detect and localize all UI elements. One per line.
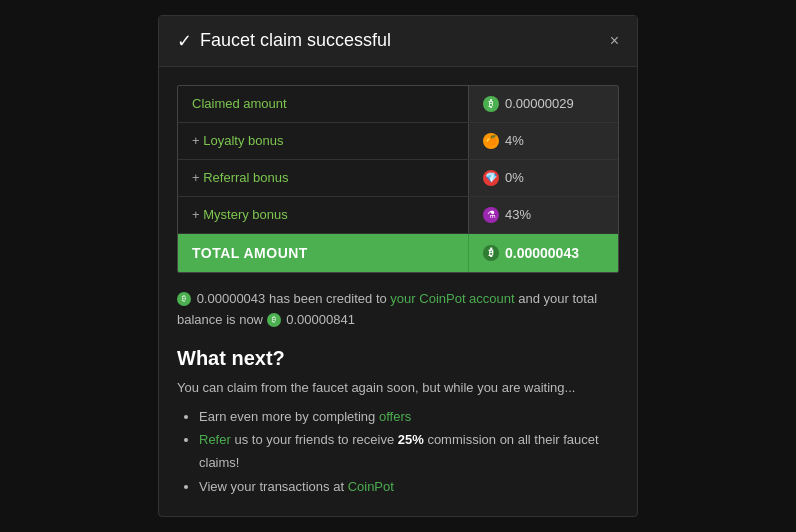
loyalty-bonus-value: 🍊 4% bbox=[468, 123, 618, 159]
coinpot-account-link[interactable]: your CoinPot account bbox=[390, 291, 514, 306]
what-next-title: What next? bbox=[177, 347, 619, 370]
claimed-amount-row: Claimed amount ₿ 0.00000029 bbox=[178, 86, 618, 123]
list-item: View your transactions at CoinPot bbox=[199, 475, 619, 498]
referral-bonus-row: + Referral bonus 💎 0% bbox=[178, 160, 618, 197]
total-amount-value: ₿ 0.00000043 bbox=[468, 234, 618, 272]
referral-bonus-value: 💎 0% bbox=[468, 160, 618, 196]
list-item: Refer us to your friends to receive 25% … bbox=[199, 428, 619, 475]
loyalty-bonus-label: + Loyalty bonus bbox=[178, 123, 468, 159]
mystery-bonus-row: + Mystery bonus ⚗ 43% bbox=[178, 197, 618, 234]
credited-amount: 0.00000043 bbox=[197, 291, 266, 306]
mystery-bonus-number: 43% bbox=[505, 207, 531, 222]
coin-green-icon: ₿ bbox=[483, 96, 499, 112]
mystery-bonus-value: ⚗ 43% bbox=[468, 197, 618, 233]
loyalty-bonus-number: 4% bbox=[505, 133, 524, 148]
refer-link[interactable]: Refer bbox=[199, 432, 231, 447]
modal-body: Claimed amount ₿ 0.00000029 + Loyalty bo… bbox=[159, 67, 637, 516]
claim-table: Claimed amount ₿ 0.00000029 + Loyalty bo… bbox=[177, 85, 619, 273]
credited-middle-text: has been credited to bbox=[269, 291, 390, 306]
modal-header: ✓ Faucet claim successful × bbox=[159, 16, 637, 67]
checkmark-icon: ✓ bbox=[177, 30, 192, 52]
bullet-list: Earn even more by completing offers Refe… bbox=[177, 405, 619, 499]
total-amount-label: TOTAL AMOUNT bbox=[178, 234, 468, 272]
mystery-bonus-label: + Mystery bonus bbox=[178, 197, 468, 233]
referral-bonus-number: 0% bbox=[505, 170, 524, 185]
bullet-text-1: Earn even more by completing bbox=[199, 409, 379, 424]
small-coin-icon-2: ₿ bbox=[267, 313, 281, 327]
coin-orange-icon: 🍊 bbox=[483, 133, 499, 149]
modal-title-text: Faucet claim successful bbox=[200, 30, 391, 51]
referral-bonus-label: + Referral bonus bbox=[178, 160, 468, 196]
commission-percent: 25% bbox=[398, 432, 424, 447]
loyalty-bonus-row: + Loyalty bonus 🍊 4% bbox=[178, 123, 618, 160]
total-amount-row: TOTAL AMOUNT ₿ 0.00000043 bbox=[178, 234, 618, 272]
bullet-text-3: View your transactions at bbox=[199, 479, 348, 494]
coinpot-link[interactable]: CoinPot bbox=[348, 479, 394, 494]
bullet-text-2: us to your friends to receive bbox=[234, 432, 397, 447]
offers-link[interactable]: offers bbox=[379, 409, 411, 424]
faucet-claim-modal: ✓ Faucet claim successful × Claimed amou… bbox=[158, 15, 638, 517]
claimed-amount-number: 0.00000029 bbox=[505, 96, 574, 111]
coin-red-icon: 💎 bbox=[483, 170, 499, 186]
coin-purple-icon: ⚗ bbox=[483, 207, 499, 223]
list-item: Earn even more by completing offers bbox=[199, 405, 619, 428]
credited-section: ₿ 0.00000043 has been credited to your C… bbox=[177, 289, 619, 331]
what-next-description: You can claim from the faucet again soon… bbox=[177, 380, 619, 395]
small-coin-icon: ₿ bbox=[177, 292, 191, 306]
modal-title: ✓ Faucet claim successful bbox=[177, 30, 391, 52]
claimed-amount-label: Claimed amount bbox=[178, 86, 468, 122]
total-coin-icon: ₿ bbox=[483, 245, 499, 261]
total-balance: 0.00000841 bbox=[286, 312, 355, 327]
close-icon[interactable]: × bbox=[610, 32, 619, 50]
claimed-amount-value: ₿ 0.00000029 bbox=[468, 86, 618, 122]
total-amount-number: 0.00000043 bbox=[505, 245, 579, 261]
